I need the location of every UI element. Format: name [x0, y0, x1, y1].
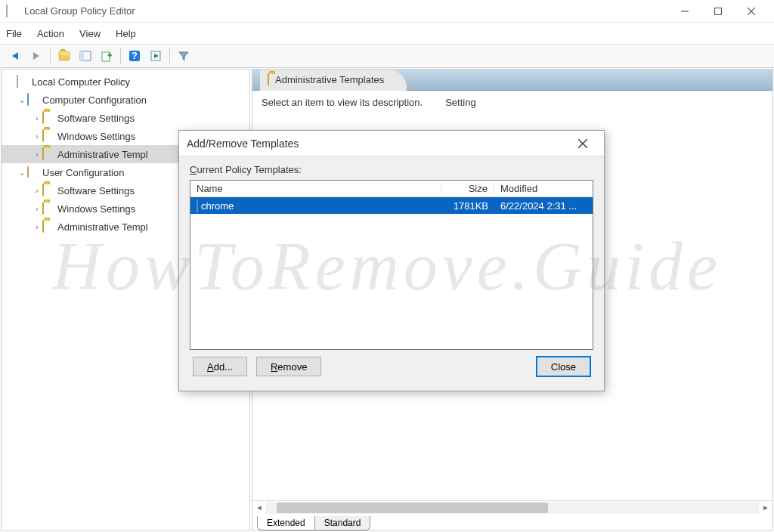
menu-help[interactable]: Help [116, 28, 136, 39]
expander-icon[interactable]: › [32, 150, 42, 159]
show-hide-tree-button[interactable] [76, 47, 94, 65]
toolbar-separator [50, 48, 51, 63]
cell-modified: 6/22/2024 2:31 ... [494, 200, 593, 212]
policy-icon [17, 76, 29, 88]
col-size[interactable]: Size [441, 183, 494, 194]
window-title: Local Group Policy Editor [24, 5, 668, 17]
dialog-body: Current Policy Templates: Name Size Modi… [179, 156, 604, 391]
folder-icon [268, 74, 269, 85]
filter-button[interactable] [175, 47, 193, 65]
add-button[interactable]: Add... [193, 357, 247, 376]
svg-rect-6 [102, 52, 110, 61]
folder-icon [42, 130, 54, 142]
scroll-thumb[interactable] [277, 503, 548, 513]
document-icon [197, 200, 198, 212]
computer-icon [27, 94, 39, 106]
column-setting: Setting [445, 97, 475, 108]
cell-size: 1781KB [441, 200, 494, 212]
tree-label: Administrative Templ [57, 149, 148, 160]
cell-name: chrome [190, 200, 441, 212]
add-remove-templates-dialog: Add/Remove Templates Current Policy Temp… [178, 130, 605, 391]
toolbar: ? [0, 44, 774, 68]
properties-button[interactable] [147, 47, 165, 65]
tree-label: Administrative Templ [57, 221, 148, 233]
up-button[interactable] [55, 47, 73, 65]
expander-icon[interactable]: › [32, 205, 42, 213]
close-icon [578, 139, 587, 148]
folder-icon [42, 112, 54, 124]
dialog-titlebar: Add/Remove Templates [179, 131, 604, 156]
col-modified[interactable]: Modified [494, 183, 593, 194]
current-templates-label: Current Policy Templates: [190, 164, 593, 175]
dialog-buttons: Add... Remove Close [190, 350, 593, 383]
back-button[interactable] [6, 47, 24, 65]
folder-icon [42, 221, 54, 233]
forward-button[interactable] [27, 47, 45, 65]
folder-icon [42, 203, 54, 215]
maximize-button[interactable] [701, 0, 735, 23]
expander-icon[interactable]: › [32, 187, 42, 195]
tree-label: Software Settings [57, 113, 135, 124]
scroll-right-icon[interactable]: ► [759, 502, 772, 514]
col-name[interactable]: Name [190, 183, 441, 194]
tab-extended[interactable]: Extended [257, 516, 315, 530]
menu-view[interactable]: View [79, 28, 101, 39]
minimize-button[interactable] [668, 0, 701, 23]
export-button[interactable] [98, 47, 116, 65]
folder-icon [42, 148, 54, 160]
dialog-title: Add/Remove Templates [187, 138, 569, 150]
app-icon [6, 5, 18, 17]
svg-rect-5 [80, 51, 84, 60]
bottom-tabs: Extended Standard [252, 514, 772, 530]
folder-icon [42, 184, 54, 196]
scroll-left-icon[interactable]: ◄ [252, 502, 266, 514]
scroll-track[interactable] [266, 502, 759, 514]
list-header: Name Size Modified [190, 181, 593, 197]
expander-icon[interactable]: ⌄ [17, 96, 27, 104]
list-item[interactable]: chrome 1781KB 6/22/2024 2:31 ... [190, 197, 593, 214]
expander-icon[interactable]: › [32, 223, 42, 231]
content-header: Administrative Templates [252, 70, 772, 91]
content-title: Administrative Templates [275, 74, 384, 85]
tree-label: Local Computer Policy [32, 76, 130, 88]
help-button[interactable]: ? [125, 47, 144, 65]
horizontal-scrollbar[interactable]: ◄ ► [252, 500, 772, 514]
description-hint: Select an item to view its description. [262, 97, 423, 108]
menu-file[interactable]: File [6, 28, 22, 39]
tab-standard[interactable]: Standard [315, 516, 371, 530]
svg-text:?: ? [132, 50, 138, 61]
tree-comp-software[interactable]: › Software Settings [2, 109, 249, 127]
user-icon [27, 166, 39, 178]
tree-label: Computer Configuration [42, 94, 147, 106]
tree-label: Windows Settings [57, 203, 135, 215]
tree-label: Software Settings [57, 185, 135, 196]
tree-computer-config[interactable]: ⌄ Computer Configuration [2, 91, 249, 109]
toolbar-separator [120, 48, 121, 63]
expander-icon[interactable]: › [32, 132, 42, 141]
close-button[interactable] [735, 0, 768, 23]
svg-rect-1 [715, 8, 722, 14]
menu-bar: File Action View Help [0, 23, 774, 44]
content-header-tab: Administrative Templates [260, 70, 407, 91]
toolbar-separator [169, 48, 170, 63]
tree-label: Windows Settings [57, 131, 135, 142]
dialog-close-button[interactable] [569, 132, 596, 155]
template-name: chrome [201, 200, 234, 212]
content-subheader: Select an item to view its description. … [252, 91, 772, 113]
expander-icon[interactable]: › [32, 114, 42, 122]
title-bar: Local Group Policy Editor [0, 0, 774, 23]
tree-root[interactable]: Local Computer Policy [2, 73, 249, 91]
menu-action[interactable]: Action [37, 28, 64, 39]
close-dialog-button[interactable]: Close [537, 357, 590, 376]
expander-icon[interactable]: ⌄ [17, 169, 27, 177]
tree-label: User Configuration [42, 167, 124, 178]
templates-listbox[interactable]: Name Size Modified chrome 1781KB 6/22/20… [190, 180, 593, 350]
remove-button[interactable]: Remove [256, 357, 321, 376]
